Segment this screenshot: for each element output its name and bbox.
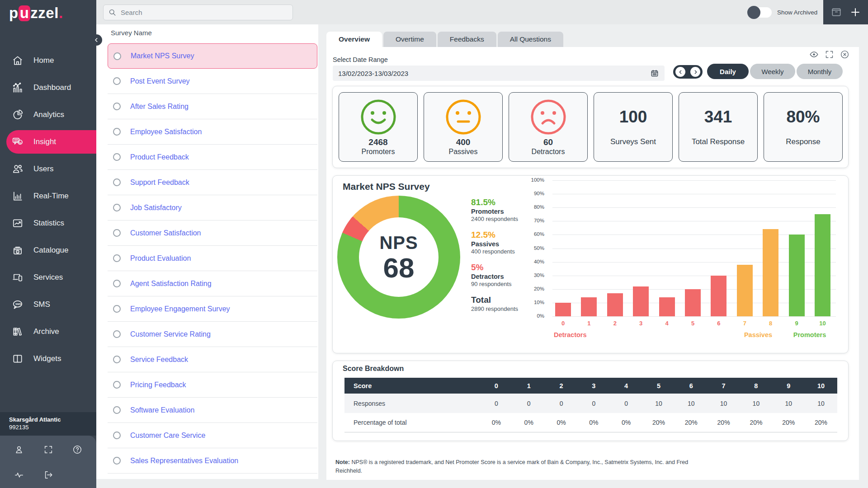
- weekly-button[interactable]: Weekly: [750, 64, 795, 79]
- search-box[interactable]: [103, 5, 293, 20]
- prev-button[interactable]: [675, 67, 685, 77]
- row-label: Percentage of total: [344, 419, 480, 426]
- panel-view-icons: [809, 50, 849, 59]
- show-archived-toggle[interactable]: [748, 7, 772, 18]
- stat-card-passives: 400Passives: [424, 92, 503, 162]
- survey-row-job-satisfactory[interactable]: Job Satisfactory: [108, 195, 317, 221]
- radio-button[interactable]: [113, 52, 121, 60]
- radio-button[interactable]: [113, 204, 121, 211]
- bar-score-2: [607, 293, 623, 316]
- tab-overview[interactable]: Overview: [326, 32, 382, 47]
- sidebar-collapse-button[interactable]: [91, 34, 102, 46]
- date-range-input[interactable]: 13/02/2023-13/03/2023: [333, 66, 665, 81]
- radio-button[interactable]: [113, 356, 121, 363]
- sidebar-item-sms[interactable]: SMSSMS: [0, 291, 96, 318]
- nps-footnote: Note: NPS® is a registered trademark, an…: [335, 458, 693, 476]
- survey-row-service-feedback[interactable]: Service Feedback: [108, 347, 317, 372]
- profile-icon[interactable]: [14, 445, 24, 455]
- sidebar-item-insight[interactable]: Insight: [6, 130, 96, 154]
- nps-panel-title: Market NPS Survey: [343, 181, 430, 192]
- radio-button[interactable]: [113, 178, 121, 186]
- table-header-row: Score012345678910: [344, 378, 837, 394]
- monthly-button[interactable]: Monthly: [797, 64, 843, 79]
- expand-icon[interactable]: [825, 50, 834, 59]
- close-circle-icon[interactable]: [840, 50, 849, 59]
- table-cell: 0: [610, 400, 642, 407]
- archive-box-icon[interactable]: [830, 6, 842, 18]
- stat-card-surveys-sent: 100Surveys Sent: [594, 92, 673, 162]
- x-axis-tick: 5: [685, 320, 701, 327]
- survey-row-support-feedback[interactable]: Support Feedback: [108, 170, 317, 195]
- survey-row-after-sales-rating[interactable]: After Sales Rating: [108, 94, 317, 119]
- survey-name-label: Product Evaluation: [130, 254, 191, 263]
- sidebar-item-archive[interactable]: Archive: [0, 318, 96, 345]
- x-axis-tick: 2: [607, 320, 623, 327]
- survey-row-customer-service-rating[interactable]: Customer Service Rating: [108, 322, 317, 347]
- tab-overtime[interactable]: Overtime: [383, 32, 436, 47]
- radio-button[interactable]: [113, 128, 121, 136]
- stat-label: Promoters: [362, 148, 395, 156]
- survey-row-market-nps-survey[interactable]: Market NPS Survey: [108, 43, 317, 69]
- radio-button[interactable]: [113, 153, 121, 161]
- sidebar-item-analytics[interactable]: Analytics: [0, 101, 96, 128]
- survey-row-post-event-survey[interactable]: Post Event Survey: [108, 69, 317, 94]
- bar-score-10: [815, 214, 830, 316]
- toggle-knob: [747, 6, 760, 19]
- survey-row-pricing-feedback[interactable]: Pricing Feedback: [108, 372, 317, 398]
- survey-row-product-feedback[interactable]: Product Feedback: [108, 145, 317, 170]
- eye-icon[interactable]: [809, 50, 819, 59]
- survey-row-customer-satisfaction[interactable]: Customer Satisfaction: [108, 221, 317, 246]
- radio-button[interactable]: [113, 381, 121, 389]
- survey-row-agent-satisfaction-rating[interactable]: Agent Satisfaction Rating: [108, 271, 317, 296]
- sidebar-item-label: Archive: [33, 327, 59, 336]
- radio-button[interactable]: [113, 103, 121, 110]
- radio-button[interactable]: [113, 280, 121, 287]
- stat-label: Surveys Sent: [610, 137, 656, 146]
- show-archived-label: Show Archived: [777, 9, 817, 16]
- radio-button[interactable]: [113, 305, 121, 313]
- survey-row-employee-engagement-survey[interactable]: Employee Engagement Survey: [108, 296, 317, 322]
- survey-row-sales-representatives-evaluation[interactable]: Sales Representatives Evaluation: [108, 448, 317, 474]
- sidebar-item-services[interactable]: Services: [0, 264, 96, 291]
- x-axis-tick: 7: [737, 320, 753, 327]
- survey-row-customer-care-service[interactable]: Customer Care Service: [108, 423, 317, 448]
- help-icon[interactable]: [72, 445, 82, 455]
- sidebar-item-catalogue[interactable]: Catalogue: [0, 237, 96, 264]
- sidebar-item-widgets[interactable]: Widgets: [0, 345, 96, 372]
- bar-score-0: [555, 303, 571, 316]
- calendar-icon[interactable]: [650, 69, 659, 78]
- note-label: Note:: [335, 459, 350, 465]
- stat-card-total-response: 341Total Response: [679, 92, 758, 162]
- daily-button[interactable]: Daily: [707, 64, 749, 79]
- logout-icon[interactable]: [43, 470, 53, 480]
- table-cell: 0%: [577, 419, 610, 426]
- survey-row-employee-satisfaction[interactable]: Employee Satisfaction: [108, 119, 317, 145]
- radio-button[interactable]: [113, 229, 121, 237]
- radio-button[interactable]: [113, 432, 121, 439]
- radio-button[interactable]: [113, 254, 121, 262]
- search-input[interactable]: [121, 9, 283, 16]
- survey-name-label: Software Evaluation: [130, 406, 194, 414]
- account-id: 992135: [9, 424, 96, 431]
- activity-icon[interactable]: [14, 470, 24, 480]
- fullscreen-icon[interactable]: [43, 445, 53, 455]
- tab-feedbacks[interactable]: Feedbacks: [438, 32, 496, 47]
- stat-value: 100: [619, 108, 647, 127]
- survey-row-software-evaluation[interactable]: Software Evaluation: [108, 398, 317, 423]
- survey-row-product-evaluation[interactable]: Product Evaluation: [108, 246, 317, 271]
- radio-button[interactable]: [113, 77, 121, 85]
- table-cell: 20%: [675, 419, 708, 426]
- add-icon[interactable]: [850, 7, 861, 18]
- sidebar-item-real-time[interactable]: Real-Time: [0, 183, 96, 210]
- radio-button[interactable]: [113, 406, 121, 414]
- sidebar-item-dashboard[interactable]: Dashboard: [0, 74, 96, 101]
- next-button[interactable]: [690, 67, 700, 77]
- radio-button[interactable]: [113, 330, 121, 338]
- chevron-left-icon: [678, 69, 684, 75]
- sidebar-item-users[interactable]: Users: [0, 155, 96, 183]
- sidebar-item-home[interactable]: Home: [0, 47, 96, 74]
- radio-button[interactable]: [113, 457, 121, 465]
- nps-label: NPS: [379, 233, 418, 253]
- sidebar-item-statistics[interactable]: Statistics: [0, 210, 96, 237]
- tab-all-questions[interactable]: All Questions: [498, 32, 563, 47]
